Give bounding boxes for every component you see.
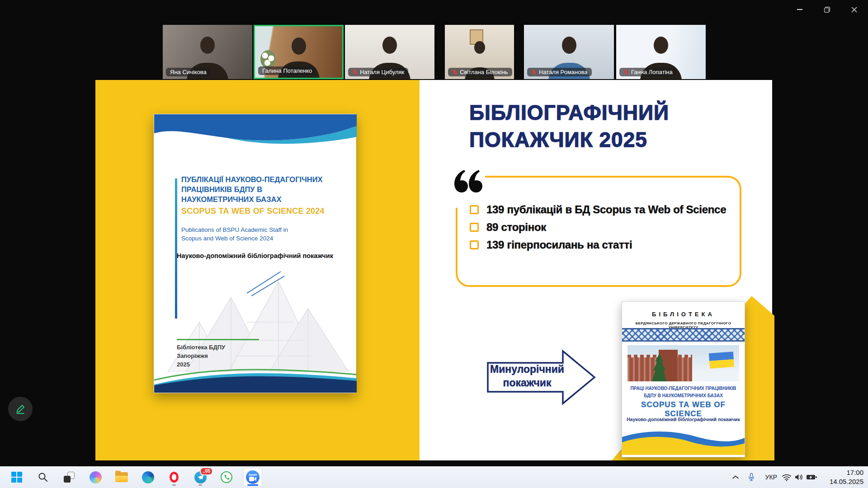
ukraine-flag: [709, 352, 734, 369]
slide-title-line1: БІБЛІОГРАФІЧНИЙ: [469, 99, 669, 126]
pen-stroke-decor: [245, 266, 288, 298]
bullet-item: 139 гіперпосилань на статті: [470, 238, 726, 252]
participant-name-pill: Галина Потапенко: [258, 66, 316, 75]
start-button[interactable]: [7, 468, 26, 487]
cover-top-wave-decor: [154, 114, 357, 158]
edge-button[interactable]: [138, 468, 157, 487]
volume-button[interactable]: [794, 474, 803, 481]
book-cover-small: БІБЛІОТЕКА БЕРДЯНСЬКОГО ДЕРЖАВНОГО ПЕДАГ…: [622, 301, 745, 457]
window-titlebar: [0, 0, 868, 20]
search-button[interactable]: [33, 468, 52, 487]
participant-name: Яна Сичікова: [170, 69, 207, 75]
chevron-up-icon: [732, 475, 739, 479]
quote-patch: [450, 166, 485, 208]
telegram-button[interactable]: ..05: [191, 468, 210, 487]
small-cover-title-line2: БДПУ В НАУКОМЕТРИЧНИХ БАЗАХ: [622, 392, 745, 399]
wifi-icon: [782, 473, 792, 481]
participant-silhouette-head: [562, 37, 576, 54]
edge-icon: [142, 471, 154, 483]
restore-icon: [824, 7, 830, 13]
wifi-button[interactable]: [782, 473, 792, 481]
slide-title-line2: ПОКАЖЧИК 2025: [469, 126, 669, 153]
participant-tile-active-speaker[interactable]: Галина Потапенко: [254, 25, 344, 79]
zoom-icon: zoom: [246, 470, 259, 484]
cover-title-uk: ПУБЛІКАЦІЇ НАУКОВО-ПЕДАГОГІЧНИХ ПРАЦІВНИ…: [181, 175, 331, 204]
participant-tile[interactable]: Яна Сичікова: [163, 25, 252, 79]
speaker-icon: [794, 474, 803, 481]
cover-title-en: Publications of BSPU Academic Staff in S…: [181, 226, 294, 243]
participant-tile[interactable]: Світлана Білокінь: [445, 25, 514, 79]
clock[interactable]: 17:00 14.05.2025: [824, 468, 863, 487]
opera-button[interactable]: [165, 468, 184, 487]
participant-name: Галина Потапенко: [262, 67, 312, 74]
participant-name-pill: Ганна Лопатіна: [619, 68, 677, 76]
participant-name: Наталя Цибуляк: [360, 69, 404, 75]
arrow-label-line1: Минулорічний: [490, 363, 565, 376]
close-button[interactable]: [844, 3, 864, 16]
tray-chevron-button[interactable]: [732, 475, 739, 479]
small-cover-highlight: SCOPUS ТА WEB OF SCIENCE: [622, 400, 745, 418]
system-tray: УКР: [732, 466, 863, 488]
participant-silhouette-head: [292, 38, 306, 55]
pencil-icon: [14, 402, 27, 416]
file-explorer-icon: [115, 472, 128, 482]
battery-button[interactable]: [806, 474, 817, 480]
participant-silhouette-head: [654, 37, 668, 54]
university-building-photo: [627, 345, 739, 381]
checkbox-bullet-icon: [470, 240, 479, 249]
zoom-icon-label: zoom: [249, 473, 257, 476]
muted-mic-icon: [623, 69, 629, 75]
language-indicator[interactable]: УКР: [765, 474, 777, 481]
bullet-text: 89 сторінок: [486, 221, 546, 234]
whatsapp-icon: [221, 471, 232, 483]
participant-tile[interactable]: Наталя Цибуляк: [345, 25, 434, 79]
imprint-divider: [177, 339, 259, 340]
cover-title-highlight: SCOPUS ТА WEB OF SCIENCE 2024: [181, 206, 331, 216]
restore-button[interactable]: [816, 3, 837, 16]
participant-name-pill: Світлана Білокінь: [448, 68, 512, 76]
quote-icon: [453, 169, 482, 195]
tray-microphone-button[interactable]: [748, 473, 755, 482]
bullet-item: 89 сторінок: [470, 221, 726, 234]
running-indicator: [198, 484, 202, 486]
checkbox-bullet-icon: [470, 223, 479, 232]
task-view-icon: [63, 471, 75, 483]
participant-name: Ганна Лопатіна: [631, 69, 673, 75]
muted-mic-icon: [352, 69, 358, 75]
windows-start-icon: [11, 472, 22, 483]
tray-date: 14.05.2025: [824, 477, 863, 486]
muted-mic-icon: [531, 69, 537, 75]
flag-ribbon-decor: [622, 427, 745, 455]
file-explorer-button[interactable]: [112, 468, 131, 487]
participant-silhouette-head: [474, 41, 485, 54]
annotate-button[interactable]: [8, 397, 33, 421]
tray-time: 17:00: [824, 468, 863, 477]
minimize-button[interactable]: [789, 3, 810, 16]
screen-share-slide: ПУБЛІКАЦІЇ НАУКОВО-ПЕДАГОГІЧНИХ ПРАЦІВНИ…: [95, 80, 772, 460]
active-app-indicator: [247, 484, 258, 486]
telegram-badge: ..05: [200, 467, 213, 475]
checkbox-bullet-icon: [470, 205, 479, 214]
participant-name: Наталя Романова: [539, 69, 588, 75]
participant-name-pill: Наталя Романова: [527, 68, 592, 76]
imprint-publisher: Бібліотека БДПУ: [177, 343, 225, 352]
task-view-button[interactable]: [60, 468, 79, 487]
whatsapp-button[interactable]: [217, 468, 236, 487]
zoom-app-button[interactable]: zoom: [243, 468, 262, 487]
opera-icon: [170, 472, 179, 483]
running-indicator: [172, 484, 176, 486]
zoom-meeting-window: Яна Сичікова Галина Потапенко: [0, 0, 868, 488]
search-icon: [38, 472, 48, 483]
small-cover-subtitle: Науково-допоміжний бібліографічний покаж…: [622, 417, 745, 422]
cover-accent-line: [175, 178, 177, 319]
ukrainian-ornament-decor: [622, 328, 745, 342]
copilot-button[interactable]: [86, 468, 105, 487]
bullet-item: 139 публікацій в БД Scopus та Web of Sci…: [470, 203, 726, 216]
participant-tile[interactable]: Ганна Лопатіна: [616, 25, 706, 79]
bullet-text: 139 гіперпосилань на статті: [486, 239, 632, 251]
copilot-icon: [90, 471, 102, 483]
participant-silhouette-head: [200, 37, 215, 54]
close-icon: [851, 7, 857, 13]
bullet-list: 139 публікацій в БД Scopus та Web of Sci…: [470, 203, 726, 252]
participant-tile[interactable]: Наталя Романова: [524, 25, 614, 79]
